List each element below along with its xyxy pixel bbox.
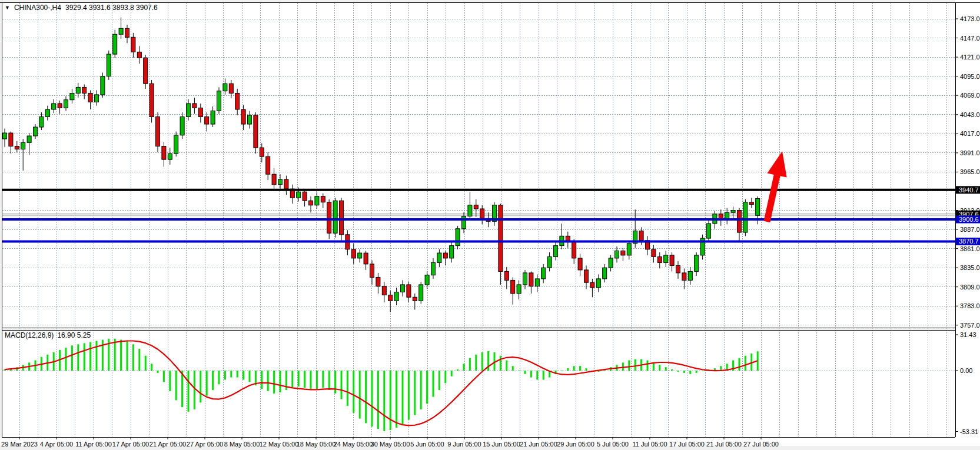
candle-body (180, 117, 184, 135)
macd-bar (310, 371, 312, 389)
candle-body (340, 201, 344, 235)
candle-body (131, 37, 135, 52)
price-label: 3965.0 (960, 168, 980, 175)
macd-bar (438, 371, 440, 390)
macd-bar (739, 358, 740, 371)
candle-body (95, 95, 99, 102)
date-label: 5 Jul 05:00 (597, 441, 629, 448)
candle-body (278, 179, 283, 185)
candle-body (670, 255, 674, 266)
macd-bar (634, 359, 636, 371)
candle-body (370, 264, 374, 278)
macd-bar (451, 371, 453, 376)
macd-bar (573, 366, 575, 371)
macd-bar (683, 371, 685, 373)
macd-bar (689, 371, 691, 374)
macd-bar (481, 352, 483, 371)
macd-bar (71, 345, 73, 371)
candle-body (217, 91, 221, 111)
candle-body (450, 246, 454, 258)
date-label: 17 Apr 05:00 (112, 441, 149, 448)
candle-body (695, 255, 699, 272)
candle-body (15, 146, 19, 149)
macd-bar (218, 371, 220, 384)
candle-body (168, 154, 172, 159)
candle-body (351, 249, 356, 258)
macd-bar (426, 371, 428, 404)
candle-body (150, 84, 154, 116)
candle-body (425, 275, 429, 285)
candle-body (254, 115, 258, 148)
price-label: 4173.0 (960, 15, 980, 22)
price-label: 3861.0 (960, 245, 980, 252)
macd-bar (334, 371, 336, 394)
macd-bar (84, 343, 85, 371)
candle-body (107, 54, 111, 76)
candle-body (272, 174, 276, 185)
candle-body (174, 135, 178, 154)
candle-body (578, 258, 582, 270)
price-label: 3991.0 (960, 149, 980, 156)
main-pane[interactable] (2, 2, 955, 328)
macd-bar (175, 371, 177, 400)
candle-body (125, 28, 129, 37)
chart-canvas[interactable]: 4173.04147.04121.04095.04069.04043.04017… (0, 0, 980, 450)
candle-body (303, 192, 307, 201)
date-label: 15 Jun 05:00 (483, 441, 520, 448)
macd-pane[interactable] (2, 330, 955, 437)
macd-bar (628, 361, 630, 371)
macd-bar (390, 371, 391, 430)
macd-bar (291, 371, 293, 388)
candle-body (297, 192, 301, 198)
candle-body (572, 242, 576, 258)
macd-scale-label: 0.00 (960, 367, 972, 374)
candle-body (743, 202, 748, 232)
mt4-chart-window: 4173.04147.04121.04095.04069.04043.04017… (0, 0, 980, 450)
macd-bar (377, 371, 379, 429)
candle-body (327, 202, 331, 234)
macd-bar (408, 371, 410, 419)
macd-bar (433, 371, 434, 397)
price-badge-label: 3900.6 (959, 216, 979, 223)
candle-body (364, 253, 368, 264)
macd-bar (188, 371, 190, 412)
candle-body (615, 251, 619, 258)
candle-body (284, 179, 288, 189)
candle-body (58, 104, 62, 108)
macd-bar (518, 371, 520, 371)
macd-bar (745, 356, 746, 371)
candle-body (3, 133, 7, 139)
date-label: 12 May 05:00 (260, 441, 299, 448)
candle-body (187, 104, 191, 117)
macd-bar (145, 356, 147, 371)
macd-bar (267, 371, 269, 391)
candle-body (738, 211, 742, 233)
candle-body (21, 142, 25, 149)
candle-body (45, 109, 49, 117)
candle-body (756, 198, 760, 215)
macd-bar (200, 371, 201, 402)
candle-body (382, 286, 386, 295)
candle-body (609, 258, 613, 268)
candle-body (431, 262, 436, 275)
macd-bar (328, 371, 330, 390)
macd-bar (365, 371, 367, 423)
macd-bar (304, 371, 305, 388)
price-label: 3809.0 (960, 284, 980, 291)
price-label: 3887.0 (960, 226, 980, 233)
macd-bar (65, 348, 67, 371)
candle-body (542, 268, 546, 279)
candle-body (456, 229, 460, 246)
candle-body (535, 279, 539, 286)
macd-bar (622, 362, 624, 371)
candle-body (603, 268, 607, 279)
macd-bar (543, 371, 544, 380)
date-label: 21 Jul 05:00 (706, 441, 742, 448)
candle-body (394, 292, 398, 301)
candle-body (76, 87, 80, 93)
price-label: 3835.0 (960, 264, 980, 271)
candle-body (198, 108, 202, 116)
macd-bar (347, 371, 348, 406)
date-label: 27 Apr 05:00 (187, 441, 223, 448)
macd-bar (524, 371, 526, 374)
